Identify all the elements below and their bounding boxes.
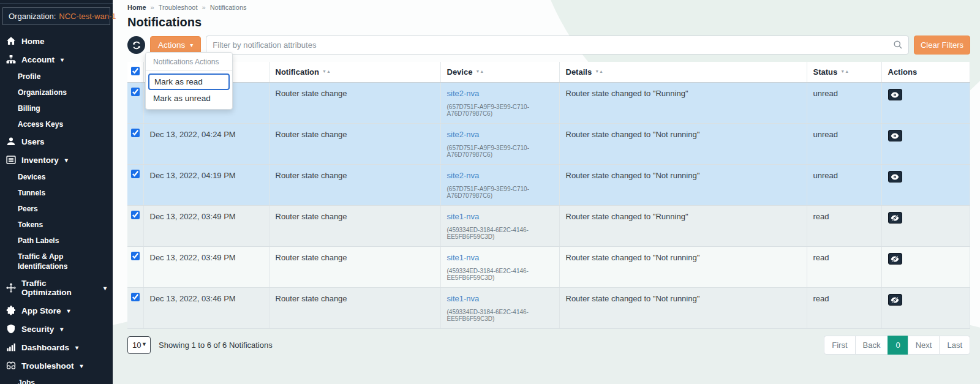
device-uuid: (657D751F-A9F9-3E99-C710-A76D707987C6): [447, 104, 553, 117]
app-store-icon: [6, 306, 16, 315]
column-header-label: Status: [813, 67, 838, 77]
cell-notification: Router state change: [269, 165, 440, 206]
sidebar-item-label: Jobs: [18, 378, 35, 384]
page-title: Notifications: [127, 15, 970, 29]
sidebar-item-security[interactable]: Security▾: [0, 320, 113, 338]
search-icon[interactable]: [893, 40, 903, 50]
actions-menu: Notifications Actions Mark as read Mark …: [145, 52, 233, 110]
pagination-next[interactable]: Next: [908, 336, 940, 355]
cell-notification: Router state change: [269, 83, 440, 124]
sidebar-item-inventory[interactable]: Inventory▾: [0, 151, 113, 169]
sort-icon[interactable]: ▼▲: [840, 69, 849, 73]
menu-item-mark-as-unread[interactable]: Mark as unread: [146, 90, 232, 107]
column-header-label: Actions: [888, 67, 918, 77]
column-header-status[interactable]: Status▼▲: [807, 62, 881, 83]
row-checkbox[interactable]: [131, 211, 140, 219]
mark-unread-button[interactable]: [888, 294, 902, 306]
column-header-label: Device: [447, 67, 473, 77]
column-header-actions: Actions: [881, 62, 970, 83]
sidebar-item-devices[interactable]: Devices: [0, 169, 113, 185]
mark-unread-button[interactable]: [888, 253, 902, 265]
device-link[interactable]: site2-nva: [447, 171, 480, 180]
row-checkbox[interactable]: [131, 129, 140, 137]
organization-box[interactable]: Organization: NCC-test-wan-1: [2, 7, 110, 25]
cell-device: site1-nva(459334ED-3184-6E2C-4146-EE5FB6…: [440, 247, 559, 288]
sort-icon[interactable]: ▼▲: [475, 69, 484, 73]
device-link[interactable]: site1-nva: [447, 253, 480, 262]
sidebar-item-app-store[interactable]: App Store▾: [0, 301, 113, 320]
row-checkbox[interactable]: [131, 170, 140, 178]
pagination-0[interactable]: 0: [888, 336, 908, 355]
breadcrumb-troubleshoot[interactable]: Troubleshoot: [159, 4, 198, 11]
sidebar-item-label: Profile: [18, 72, 40, 81]
mark-read-button[interactable]: [888, 89, 902, 100]
sidebar-item-jobs[interactable]: Jobs: [0, 375, 113, 384]
breadcrumb-separator: »: [202, 4, 206, 11]
page-size-select[interactable]: 10: [128, 341, 150, 350]
pagination: FirstBack0NextLast: [824, 336, 970, 355]
menu-item-mark-as-read[interactable]: Mark as read: [148, 73, 230, 90]
pagination-first[interactable]: First: [824, 336, 855, 355]
row-checkbox[interactable]: [131, 252, 140, 260]
sidebar-item-profile[interactable]: Profile: [0, 69, 113, 85]
notifications-table: Notification▼▲Device▼▲Details▼▲Status▼▲A…: [127, 62, 970, 329]
sidebar-item-tokens[interactable]: Tokens: [0, 217, 113, 233]
caret-down-icon: ▾: [75, 343, 78, 352]
actions-button-label: Actions: [158, 40, 185, 50]
sidebar-item-troubleshoot[interactable]: Troubleshoot▾: [0, 356, 113, 375]
sidebar-item-users[interactable]: Users: [0, 132, 113, 151]
sidebar-item-tunnels[interactable]: Tunnels: [0, 185, 113, 201]
sidebar-item-home[interactable]: Home: [0, 32, 113, 50]
column-header-details[interactable]: Details▼▲: [559, 62, 807, 83]
cell-details: Router state changed to "Running": [559, 83, 807, 124]
breadcrumb-notifications: Notifications: [210, 4, 247, 11]
clear-filters-button[interactable]: Clear Filters: [914, 36, 970, 55]
row-checkbox[interactable]: [131, 88, 140, 96]
device-link[interactable]: site1-nva: [447, 212, 480, 221]
device-link[interactable]: site2-nva: [447, 89, 480, 98]
sort-icon[interactable]: ▼▲: [595, 69, 603, 73]
sidebar-item-label: Traffic Optimization: [21, 279, 97, 297]
refresh-button[interactable]: [127, 36, 145, 54]
device-link[interactable]: site2-nva: [447, 130, 480, 139]
sidebar-item-traffic-app-identifications[interactable]: Traffic & App Identifications: [0, 249, 113, 274]
sidebar-item-dashboards[interactable]: Dashboards▾: [0, 338, 113, 356]
mark-unread-button[interactable]: [888, 212, 902, 224]
eye-icon: [891, 132, 899, 140]
sidebar-item-label: Tokens: [18, 220, 43, 229]
select-all-checkbox[interactable]: [131, 67, 140, 75]
cell-notification: Router state change: [269, 247, 440, 288]
sidebar-item-path-labels[interactable]: Path Labels: [0, 233, 113, 249]
sidebar-item-account[interactable]: Account▾: [0, 50, 113, 69]
column-header-device[interactable]: Device▼▲: [440, 62, 559, 83]
actions-button[interactable]: Actions ▾: [150, 36, 201, 54]
mark-read-button[interactable]: [888, 171, 902, 183]
table-row: Dec 13, 2022, 03:46 PMRouter state chang…: [127, 288, 970, 329]
cell-device: site2-nva(657D751F-A9F9-3E99-C710-A76D70…: [440, 124, 559, 165]
column-header-notification[interactable]: Notification▼▲: [269, 62, 440, 83]
caret-down-icon: ▾: [60, 325, 63, 334]
sidebar-item-organizations[interactable]: Organizations: [0, 85, 113, 100]
sidebar-item-access-keys[interactable]: Access Keys: [0, 116, 113, 132]
eye-icon: [891, 91, 899, 99]
sidebar-item-label: Security: [21, 325, 54, 334]
breadcrumb-home[interactable]: Home: [127, 4, 146, 11]
breadcrumb-separator: »: [151, 4, 154, 11]
device-uuid: (459334ED-3184-6E2C-4146-EE5FB6F59C3D): [447, 268, 553, 281]
sidebar-top-strip: [0, 0, 113, 4]
filter-field: [206, 36, 909, 55]
cell-details: Router state changed to "Not running": [559, 165, 807, 206]
filter-input[interactable]: [206, 36, 909, 55]
sidebar-item-label: Account: [21, 55, 55, 64]
sidebar-item-billing[interactable]: Billing: [0, 100, 113, 116]
pagination-back[interactable]: Back: [855, 336, 889, 355]
column-header-label: Notification: [276, 67, 320, 77]
sidebar-item-traffic-optimization[interactable]: Traffic Optimization▾: [0, 274, 113, 301]
row-checkbox[interactable]: [131, 293, 140, 301]
cell-device: site2-nva(657D751F-A9F9-3E99-C710-A76D70…: [440, 83, 559, 124]
mark-read-button[interactable]: [888, 130, 902, 141]
sort-icon[interactable]: ▼▲: [322, 69, 331, 73]
pagination-last[interactable]: Last: [939, 336, 970, 355]
sidebar-item-peers[interactable]: Peers: [0, 201, 113, 217]
device-link[interactable]: site1-nva: [447, 294, 480, 303]
